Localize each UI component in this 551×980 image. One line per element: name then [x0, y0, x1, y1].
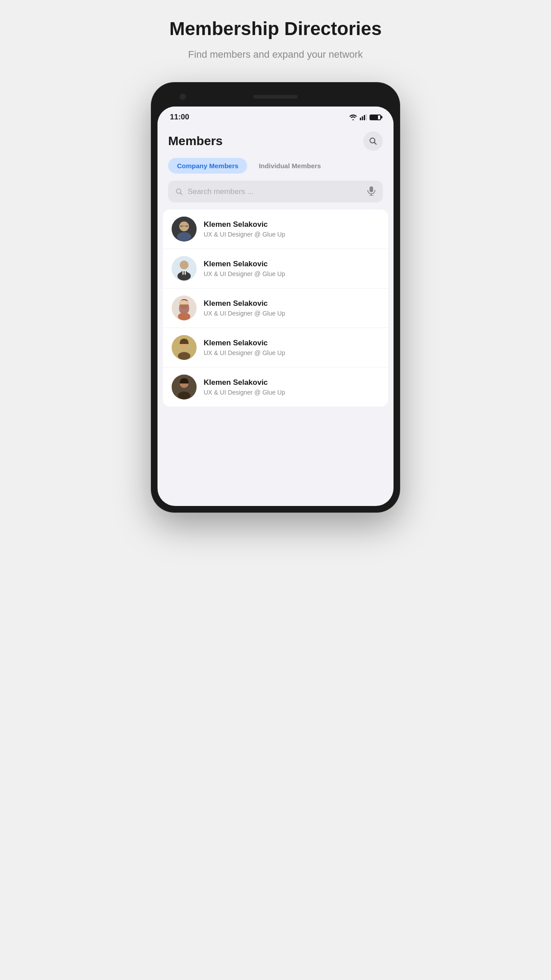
page-subtitle: Find members and expand your network: [169, 49, 382, 60]
members-list: Klemen Selakovic UX & UI Designer @ Glue…: [163, 209, 388, 407]
member-item[interactable]: Klemen Selakovic UX & UI Designer @ Glue…: [163, 288, 388, 328]
svg-point-25: [178, 312, 190, 320]
svg-point-28: [178, 352, 190, 360]
svg-rect-0: [360, 118, 361, 120]
svg-rect-22: [185, 271, 186, 275]
phone-wrapper: 11:00: [151, 83, 400, 512]
avatar: [172, 256, 197, 281]
member-info: Klemen Selakovic UX & UI Designer @ Glue…: [204, 378, 379, 396]
member-item[interactable]: Klemen Selakovic UX & UI Designer @ Glue…: [163, 368, 388, 407]
avatar: [172, 335, 197, 360]
member-role: UX & UI Designer @ Glue Up: [204, 349, 379, 356]
app-header: Members: [157, 128, 394, 158]
avatar: [172, 217, 197, 241]
svg-rect-14: [185, 225, 188, 227]
svg-rect-2: [364, 115, 365, 120]
status-bar: 11:00: [157, 107, 394, 124]
member-role: UX & UI Designer @ Glue Up: [204, 270, 379, 277]
status-icons: [349, 114, 381, 120]
member-name: Klemen Selakovic: [204, 299, 379, 308]
tab-company-members[interactable]: Company Members: [168, 158, 247, 174]
search-bar[interactable]: Search members ...: [168, 181, 383, 202]
member-info: Klemen Selakovic UX & UI Designer @ Glue…: [204, 260, 379, 277]
member-name: Klemen Selakovic: [204, 260, 379, 269]
tabs-row: Company Members Individual Members: [157, 158, 394, 174]
phone-frame: 11:00: [151, 83, 400, 512]
svg-rect-1: [362, 116, 363, 120]
tab-individual-members[interactable]: Individual Members: [250, 158, 330, 174]
member-name: Klemen Selakovic: [204, 220, 379, 229]
member-name: Klemen Selakovic: [204, 378, 379, 387]
member-info: Klemen Selakovic UX & UI Designer @ Glue…: [204, 220, 379, 238]
svg-rect-21: [182, 271, 184, 275]
svg-rect-13: [180, 225, 183, 227]
signal-icon: [360, 114, 367, 120]
page-title: Membership Directories: [169, 18, 382, 40]
phone-screen: 11:00: [157, 107, 394, 506]
member-role: UX & UI Designer @ Glue Up: [204, 231, 379, 238]
member-name: Klemen Selakovic: [204, 339, 379, 348]
svg-rect-8: [370, 186, 373, 192]
member-item[interactable]: Klemen Selakovic UX & UI Designer @ Glue…: [163, 249, 388, 288]
avatar: [172, 296, 197, 320]
app-screen-title: Members: [168, 134, 223, 148]
svg-line-5: [374, 142, 377, 145]
status-time: 11:00: [170, 113, 189, 122]
wifi-icon: [349, 114, 357, 120]
search-placeholder: Search members ...: [188, 187, 362, 196]
mic-icon: [367, 186, 376, 196]
page-header: Membership Directories Find members and …: [169, 18, 382, 60]
member-role: UX & UI Designer @ Glue Up: [204, 310, 379, 317]
phone-notch: [157, 89, 394, 105]
svg-point-31: [178, 391, 190, 399]
member-item[interactable]: Klemen Selakovic UX & UI Designer @ Glue…: [163, 209, 388, 249]
mic-button[interactable]: [367, 186, 376, 197]
camera: [180, 94, 186, 100]
svg-point-16: [177, 232, 191, 241]
member-role: UX & UI Designer @ Glue Up: [204, 389, 379, 396]
member-item[interactable]: Klemen Selakovic UX & UI Designer @ Glue…: [163, 328, 388, 368]
search-header-icon: [369, 137, 378, 146]
svg-line-7: [180, 193, 182, 194]
search-header-button[interactable]: [363, 131, 383, 151]
svg-rect-20: [181, 271, 187, 277]
search-bar-icon: [175, 188, 183, 196]
battery-icon: [370, 115, 381, 120]
avatar: [172, 375, 197, 399]
svg-rect-3: [366, 114, 367, 120]
member-info: Klemen Selakovic UX & UI Designer @ Glue…: [204, 299, 379, 317]
search-bar-wrapper: Search members ...: [157, 181, 394, 202]
svg-point-18: [180, 261, 189, 269]
speaker: [253, 95, 298, 99]
app-content: Members Company Members Individual Me: [157, 124, 394, 410]
member-info: Klemen Selakovic UX & UI Designer @ Glue…: [204, 339, 379, 356]
